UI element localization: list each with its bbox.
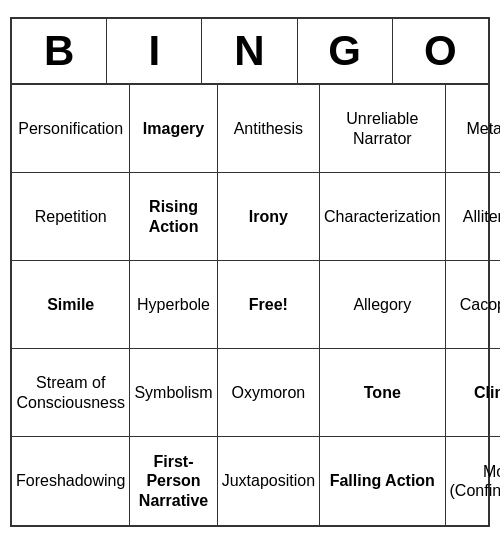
cell-text: Rising Action [134, 197, 212, 235]
bingo-cell: Motif (Confinement) [446, 437, 500, 525]
bingo-cell: Symbolism [130, 349, 217, 437]
cell-text: Foreshadowing [16, 471, 125, 490]
cell-text: Alliteration [463, 207, 500, 226]
bingo-cell: Antithesis [218, 85, 320, 173]
bingo-header: BINGO [12, 19, 488, 85]
bingo-cell: Cacophony [446, 261, 500, 349]
bingo-cell: Oxymoron [218, 349, 320, 437]
cell-text: Symbolism [134, 383, 212, 402]
bingo-cell: Characterization [320, 173, 446, 261]
cell-text: Motif (Confinement) [450, 462, 500, 500]
bingo-cell: Simile [12, 261, 130, 349]
cell-text: Hyperbole [137, 295, 210, 314]
cell-text: Irony [249, 207, 288, 226]
cell-text: Imagery [143, 119, 204, 138]
cell-text: Simile [47, 295, 94, 314]
bingo-cell: Allegory [320, 261, 446, 349]
bingo-cell: Alliteration [446, 173, 500, 261]
bingo-cell: Stream of Consciousness [12, 349, 130, 437]
cell-text: Juxtaposition [222, 471, 315, 490]
bingo-letter-i: I [107, 19, 202, 83]
cell-text: First-Person Narrative [134, 452, 212, 510]
bingo-cell: Hyperbole [130, 261, 217, 349]
cell-text: Falling Action [330, 471, 435, 490]
cell-text: Free! [249, 295, 288, 314]
cell-text: Allegory [353, 295, 411, 314]
bingo-card: BINGO PersonificationImageryAntithesisUn… [10, 17, 490, 527]
bingo-cell: Foreshadowing [12, 437, 130, 525]
cell-text: Metaphor [466, 119, 500, 138]
bingo-cell: Irony [218, 173, 320, 261]
bingo-cell: Metaphor [446, 85, 500, 173]
bingo-grid: PersonificationImageryAntithesisUnreliab… [12, 85, 488, 525]
bingo-cell: Unreliable Narrator [320, 85, 446, 173]
bingo-cell: Repetition [12, 173, 130, 261]
bingo-cell: Juxtaposition [218, 437, 320, 525]
cell-text: Cacophony [460, 295, 500, 314]
cell-text: Antithesis [234, 119, 303, 138]
cell-text: Oxymoron [231, 383, 305, 402]
cell-text: Stream of Consciousness [16, 373, 125, 411]
bingo-cell: First-Person Narrative [130, 437, 217, 525]
bingo-cell: Free! [218, 261, 320, 349]
bingo-cell: Climax [446, 349, 500, 437]
bingo-cell: Tone [320, 349, 446, 437]
cell-text: Characterization [324, 207, 441, 226]
bingo-cell: Rising Action [130, 173, 217, 261]
bingo-letter-g: G [298, 19, 393, 83]
bingo-cell: Falling Action [320, 437, 446, 525]
bingo-letter-o: O [393, 19, 488, 83]
bingo-letter-b: B [12, 19, 107, 83]
bingo-cell: Imagery [130, 85, 217, 173]
cell-text: Unreliable Narrator [324, 109, 441, 147]
bingo-letter-n: N [202, 19, 297, 83]
cell-text: Repetition [35, 207, 107, 226]
cell-text: Climax [474, 383, 500, 402]
cell-text: Personification [18, 119, 123, 138]
cell-text: Tone [364, 383, 401, 402]
bingo-cell: Personification [12, 85, 130, 173]
